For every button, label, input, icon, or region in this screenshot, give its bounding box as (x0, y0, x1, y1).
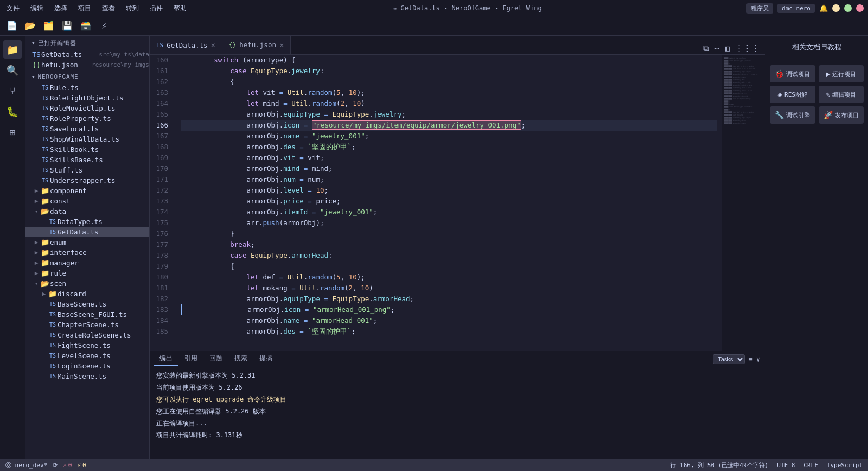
open-editors-header[interactable]: ▾ 已打开编辑器 (25, 36, 149, 49)
run-project-button[interactable]: ▶ 运行项目 (819, 65, 864, 82)
tree-item-rolefight[interactable]: TS RoleFightObject.ts (25, 93, 149, 103)
tree-item-skillbook[interactable]: TS SkillBook.ts (25, 144, 149, 155)
git-branch-status[interactable]: ⓪ nero_dev* (4, 461, 48, 469)
tree-item-basescene[interactable]: TS BaseScene.ts (25, 299, 149, 309)
tree-item-chapterscene[interactable]: TS ChapterScene.ts (25, 320, 149, 330)
menu-file[interactable]: 文件 (4, 3, 22, 14)
res-button[interactable]: ◈ RES图解 (770, 86, 815, 103)
close-tab-icon[interactable]: × (211, 41, 215, 49)
debug-engine-button[interactable]: 🔧 调试引擎 (770, 106, 815, 124)
more-tab-actions[interactable]: ⋯ (713, 42, 720, 54)
code-line-181: let mokang = Util.random(2, 10) (181, 283, 717, 294)
sync-status[interactable]: ⟳ (52, 462, 59, 469)
save-button[interactable]: 💾 (60, 18, 75, 34)
tree-folder-manager[interactable]: ▶ 📁 manager (25, 258, 149, 268)
window-controls[interactable]: 程序员 dmc-nero 🔔 (746, 3, 864, 14)
expand-panel-icon[interactable]: ∨ (756, 355, 761, 364)
tree-item-getdata[interactable]: TS GetData.ts (25, 227, 149, 237)
open-file-hetu[interactable]: {} hetu.json resource\my_imgs (25, 60, 149, 70)
tab-getdata[interactable]: TS GetData.ts × (150, 36, 222, 54)
activity-search[interactable]: 🔍 (3, 61, 22, 79)
close-tab-icon2[interactable]: × (279, 41, 284, 49)
tree-item-rolemovie[interactable]: TS RoleMovieClip.ts (25, 103, 149, 113)
tab-hetu[interactable]: {} hetu.json × (222, 36, 291, 54)
chevron-down-icon: ▾ (33, 208, 40, 215)
menu-project[interactable]: 项目 (76, 3, 93, 14)
save-all-button[interactable]: 🗃️ (78, 18, 93, 34)
tree-item-createrolescene[interactable]: TS CreateRoleScene.ts (25, 330, 149, 340)
toggle-sidebar-button[interactable]: ◧ (724, 42, 731, 54)
menu-plugin[interactable]: 插件 (148, 3, 165, 14)
split-editor-button[interactable]: ⧉ (702, 42, 710, 54)
close-button[interactable] (856, 4, 864, 12)
menu-go[interactable]: 转到 (124, 3, 141, 14)
tree-folder-const[interactable]: ▶ 📁 const (25, 196, 149, 206)
error-count[interactable]: ⚠ 0 (62, 462, 73, 469)
edit-project-button[interactable]: ✎ 编辑项目 (819, 86, 864, 103)
tree-item-datatype[interactable]: TS DataType.ts (25, 217, 149, 227)
list-view-icon[interactable]: ≡ (748, 355, 752, 364)
tab-hints[interactable]: 提搞 (254, 352, 278, 366)
ts-icon: TS (48, 353, 58, 359)
tree-folder-data[interactable]: ▾ 📂 data (25, 206, 149, 217)
debug-project-button[interactable]: 🐞 调试项目 (770, 65, 815, 82)
open-file-button[interactable]: 📂 (23, 18, 38, 34)
tree-item-savelocal[interactable]: TS SaveLocal.ts (25, 124, 149, 134)
tasks-select[interactable]: Tasks (713, 354, 745, 364)
menu-bar[interactable]: 文件 编辑 选择 项目 查看 转到 插件 帮助 (4, 3, 189, 14)
code-editor[interactable]: switch (armorType) { case EquipType.jewe… (177, 55, 722, 351)
tree-item-mainscene[interactable]: TS MainScene.ts (25, 371, 149, 381)
tree-folder-scen[interactable]: ▾ 📂 scen (25, 278, 149, 289)
ts-icon: TS (48, 322, 58, 328)
tree-item-roleprop[interactable]: TS RoleProperty.ts (25, 113, 149, 124)
open-folder-button[interactable]: 🗂️ (41, 18, 56, 34)
tree-folder-discard[interactable]: ▶ 📁 discard (25, 289, 149, 299)
code-line-169: armorObj.vit = vit; (181, 152, 717, 163)
project-header[interactable]: ▾ NEROOFGAME (25, 70, 149, 82)
tree-folder-interface[interactable]: ▶ 📁 interface (25, 247, 149, 258)
tree-item-shopwin[interactable]: TS ShopWinAllData.ts (25, 134, 149, 144)
menu-view[interactable]: 查看 (100, 3, 117, 14)
ts-file-icon: TS (156, 42, 163, 49)
tree-item-levelscene[interactable]: TS LevelScene.ts (25, 351, 149, 361)
minimize-button[interactable] (832, 4, 840, 12)
activity-debug[interactable]: 🐛 (3, 102, 22, 120)
tab-references[interactable]: 引用 (179, 352, 203, 366)
cursor-position[interactable]: 行 166, 列 50 (已选中49个字符) (669, 461, 769, 469)
activity-git[interactable]: ⑂ (3, 81, 22, 100)
menu-select[interactable]: 选择 (52, 3, 69, 14)
tab-search[interactable]: 搜索 (229, 352, 253, 366)
tree-item-skillsbase[interactable]: TS SkillsBase.ts (25, 155, 149, 165)
tree-folder-rule[interactable]: ▶ 📁 rule (25, 268, 149, 278)
format-button[interactable]: ⚡ (97, 18, 112, 34)
tree-item-rule[interactable]: TS Rule.ts (25, 82, 149, 93)
tree-item-basescene-fgui[interactable]: TS BaseScene_FGUI.ts (25, 309, 149, 320)
menu-edit[interactable]: 编辑 (28, 3, 46, 14)
tab-output[interactable]: 编出 (154, 352, 178, 366)
tree-item-fightscene[interactable]: TS FightScene.ts (25, 340, 149, 351)
chevron-down-icon: ▾ (31, 40, 36, 47)
tab-problems[interactable]: 回题 (204, 352, 228, 366)
minimap[interactable]: ████ switch (armorType) ████ case EquipT… (722, 55, 765, 351)
settings-button[interactable]: ⋮⋮⋮ (734, 42, 761, 54)
tree-item-loginscene[interactable]: TS LoginScene.ts (25, 361, 149, 371)
activity-explorer[interactable]: 📁 (3, 40, 22, 59)
activity-extensions[interactable]: ⊞ (3, 123, 22, 141)
ts-icon: TS (48, 219, 58, 225)
tree-folder-component[interactable]: ▶ 📁 component (25, 186, 149, 196)
tree-item-stuff[interactable]: TS Stuff.ts (25, 165, 149, 175)
window-title: ✏️ GetData.ts - NeroOfGame - Egret Wing (393, 4, 541, 12)
warning-count[interactable]: ⚡ 0 (76, 462, 87, 469)
line-ending-status[interactable]: CRLF (802, 462, 819, 469)
tree-item-understrapper[interactable]: TS Understrapper.ts (25, 175, 149, 186)
open-file-getdata[interactable]: TS GetData.ts src\my_ts\data (25, 49, 149, 60)
menu-help[interactable]: 帮助 (171, 3, 189, 14)
tree-folder-enum[interactable]: ▶ 📁 enum (25, 237, 149, 247)
publish-button[interactable]: 🚀 发布项目 (819, 106, 864, 124)
code-line-163: let vit = Util.random(5, 10); (181, 87, 717, 98)
maximize-button[interactable] (844, 4, 852, 12)
encoding-status[interactable]: UTF-8 (776, 462, 796, 469)
notification-icon[interactable]: 🔔 (819, 4, 828, 12)
new-file-button[interactable]: 📄 (4, 18, 20, 34)
language-status[interactable]: TypeScript (826, 462, 864, 469)
